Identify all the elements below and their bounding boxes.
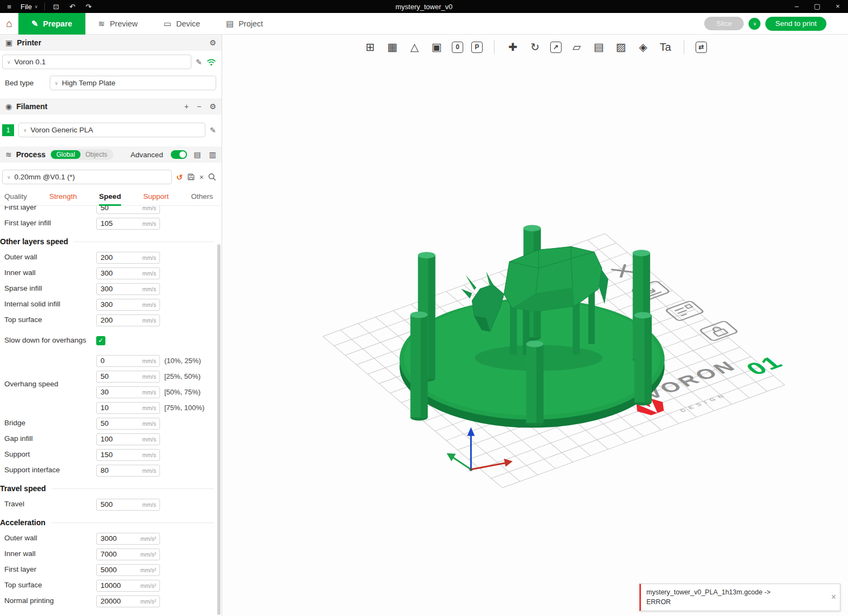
save-preset-icon[interactable] <box>187 173 195 181</box>
maximize-button[interactable]: ▢ <box>807 0 827 13</box>
paste-icon[interactable]: P <box>471 42 483 53</box>
setting-input[interactable]: 105mm/s <box>96 218 160 230</box>
setting-label: First layer <box>4 565 96 574</box>
setting-input[interactable]: 0mm/s <box>96 355 160 367</box>
close-button[interactable]: × <box>827 0 848 13</box>
tower-pillar[interactable] <box>635 312 652 405</box>
search-preset-icon[interactable] <box>208 173 216 181</box>
process-preset-select[interactable]: ∨ 0.20mm @V0.1 (*) <box>2 170 172 184</box>
setting-unit: mm/s <box>142 420 159 427</box>
setting-input[interactable]: 300mm/s <box>96 267 160 279</box>
toolbar-separator <box>684 40 684 54</box>
text-shape-icon[interactable]: Ta <box>658 41 672 53</box>
setting-input[interactable]: 10000mm/s² <box>96 580 160 592</box>
viewport-3d[interactable]: ⊞▦△▣0P✚↻↗▱▤▨◈Ta⇄ <box>222 35 848 616</box>
reset-preset-icon[interactable]: ↺ <box>176 173 183 182</box>
setting-input[interactable]: 500mm/s <box>96 499 160 511</box>
tower-pillar[interactable] <box>526 340 543 426</box>
bed-type-select[interactable]: ∨ High Temp Plate <box>50 76 216 90</box>
tab-prepare[interactable]: ✎ Prepare <box>18 13 85 35</box>
setting-input[interactable]: 50mm/s <box>96 206 160 214</box>
send-options-button[interactable]: ∨ <box>749 18 760 30</box>
redo-icon[interactable]: ↷ <box>84 3 94 11</box>
assembly-view-icon[interactable]: ⇄ <box>696 42 707 53</box>
printer-select-value: Voron 0.1 <box>15 58 46 66</box>
filament-icon: ◉ <box>5 102 12 111</box>
setting-input[interactable]: 200mm/s <box>96 252 160 264</box>
auto-orient-icon[interactable]: △ <box>408 41 422 53</box>
setting-input[interactable]: 3000mm/s² <box>96 533 160 545</box>
plate-close-icon[interactable] <box>612 265 634 277</box>
tab-speed[interactable]: Speed <box>99 187 121 206</box>
tab-support[interactable]: Support <box>143 187 169 206</box>
add-model-icon[interactable]: ⊞ <box>363 41 377 53</box>
setting-input[interactable]: 50mm/s <box>96 418 160 430</box>
setting-checkbox[interactable]: ✓ <box>96 336 105 345</box>
tower-pillar[interactable] <box>410 311 428 420</box>
printer-settings-gear-icon[interactable]: ⚙ <box>209 38 216 47</box>
scope-objects-button[interactable]: Objects <box>81 150 112 159</box>
tab-device[interactable]: ▭ Device <box>151 13 213 35</box>
filament-settings-gear-icon[interactable]: ⚙ <box>209 102 216 111</box>
tab-preview[interactable]: ≋ Preview <box>85 13 151 35</box>
setting-input[interactable]: 30mm/s <box>96 386 160 398</box>
notification-line2: ERROR <box>646 597 825 607</box>
move-icon[interactable]: ✚ <box>506 41 520 53</box>
add-filament-icon[interactable]: + <box>184 102 189 111</box>
preset-compare-icon[interactable]: ▥ <box>209 150 216 159</box>
remove-filament-icon[interactable]: − <box>197 102 201 111</box>
undo-icon[interactable]: ↶ <box>68 3 77 11</box>
setting-input[interactable]: 300mm/s <box>96 299 160 311</box>
rotate-icon[interactable]: ↻ <box>528 41 542 53</box>
filament-slot-badge[interactable]: 1 <box>2 124 14 136</box>
scene-canvas[interactable]: VORON DESIGN 01 <box>222 35 848 616</box>
setting-label: Outer wall <box>4 253 96 262</box>
save-project-icon[interactable]: ⊡ <box>51 3 61 11</box>
setting-input[interactable]: 100mm/s <box>96 433 160 445</box>
tab-project[interactable]: ▤ Project <box>213 13 276 35</box>
scale-icon[interactable]: ↗ <box>550 42 562 53</box>
notification-close-icon[interactable]: × <box>831 592 836 602</box>
scope-global-button[interactable]: Global <box>51 150 81 159</box>
setting-value: 105 <box>97 219 142 227</box>
process-list-icon[interactable]: ▤ <box>194 150 201 159</box>
menu-icon[interactable]: ≡ <box>4 3 14 11</box>
printer-edit-icon[interactable]: ✎ <box>196 58 202 66</box>
setting-input[interactable]: 150mm/s <box>96 449 160 461</box>
setting-input[interactable]: 80mm/s <box>96 465 160 477</box>
setting-input[interactable]: 5000mm/s² <box>96 564 160 576</box>
setting-input[interactable]: 300mm/s <box>96 283 160 295</box>
filament-select[interactable]: ∨ Voron Generic PLA <box>18 123 205 137</box>
flatten-icon[interactable]: ▱ <box>570 41 584 53</box>
setting-input[interactable]: 10mm/s <box>96 402 160 414</box>
setting-input[interactable]: 50mm/s <box>96 371 160 383</box>
advanced-toggle[interactable] <box>171 150 187 159</box>
setting-input[interactable]: 7000mm/s² <box>96 548 160 560</box>
sidebar-scrollbar[interactable] <box>217 244 221 615</box>
tab-strength[interactable]: Strength <box>49 187 77 206</box>
file-menu[interactable]: File ∨ <box>21 3 38 11</box>
tab-others[interactable]: Others <box>191 187 213 206</box>
filament-edit-icon[interactable]: ✎ <box>210 126 216 135</box>
setting-input[interactable]: 200mm/s <box>96 314 160 326</box>
variable-layer-height-icon[interactable]: ▤ <box>592 41 606 53</box>
tab-quality[interactable]: Quality <box>4 187 27 206</box>
setting-input[interactable]: 20000mm/s² <box>96 595 160 607</box>
send-to-print-button[interactable]: Send to print <box>765 17 826 31</box>
printer-select[interactable]: ∨ Voron 0.1 <box>2 55 191 69</box>
slice-button[interactable]: Slice <box>704 17 744 30</box>
seam-painting-icon[interactable]: ◈ <box>636 41 650 53</box>
filament-section-title: Filament <box>16 102 48 111</box>
arrange-icon[interactable]: ▣ <box>430 41 444 53</box>
plate-lock-icon[interactable] <box>699 320 738 341</box>
setting-row: Slow down for overhangs✓ <box>4 328 222 353</box>
printer-wifi-icon[interactable] <box>206 58 216 66</box>
home-button[interactable]: ⌂ <box>0 13 18 35</box>
minimize-button[interactable]: – <box>786 0 807 13</box>
chevron-down-icon: ∨ <box>23 128 27 133</box>
clear-preset-icon[interactable]: × <box>199 173 204 182</box>
add-plate-icon[interactable]: ▦ <box>385 41 399 53</box>
setting-value: 500 <box>97 500 142 508</box>
copy-icon[interactable]: 0 <box>452 42 463 53</box>
support-painting-icon[interactable]: ▨ <box>614 41 628 53</box>
